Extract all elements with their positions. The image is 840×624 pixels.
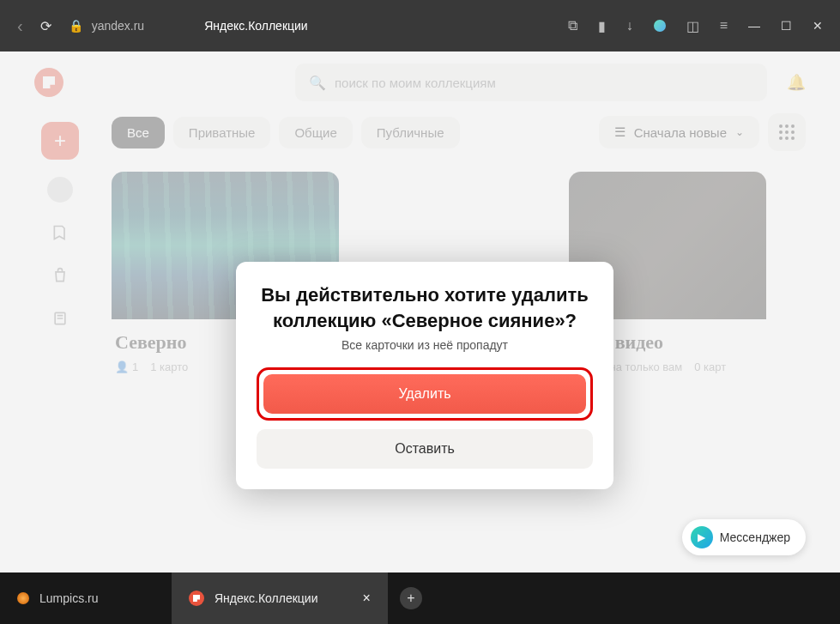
copy-icon[interactable]: ⧉	[568, 18, 577, 33]
download-icon[interactable]: ↓	[626, 18, 633, 33]
taskbar-tab[interactable]: Lumpics.ru	[0, 573, 172, 624]
url-text[interactable]: yandex.ru	[92, 19, 144, 33]
tab-favicon	[17, 592, 29, 604]
highlight-annotation: Удалить	[257, 367, 593, 421]
modal-title: Вы действительно хотите удалить коллекци…	[257, 282, 593, 333]
minimize-button[interactable]: —	[748, 19, 760, 33]
close-button[interactable]: ✕	[813, 19, 823, 33]
messenger-button[interactable]: ▶ Мессенджер	[682, 519, 806, 555]
taskbar-tab-active[interactable]: Яндекс.Коллекции ×	[172, 573, 388, 624]
back-button[interactable]: ‹	[17, 16, 23, 36]
browser-chrome: ‹ ⟳ 🔒 yandex.ru Яндекс.Коллекции ⧉ ▮ ↓ ◫…	[0, 0, 840, 51]
extension-icon[interactable]	[654, 20, 666, 32]
refresh-button[interactable]: ⟳	[40, 18, 51, 34]
messenger-label: Мессенджер	[720, 530, 790, 544]
panel-icon[interactable]: ◫	[686, 18, 699, 34]
menu-icon[interactable]: ≡	[720, 18, 728, 33]
tab-close-button[interactable]: ×	[363, 591, 371, 606]
delete-button[interactable]: Удалить	[263, 374, 586, 414]
lock-icon: 🔒	[69, 19, 83, 33]
bookmark-icon[interactable]: ▮	[598, 18, 606, 34]
maximize-button[interactable]: ☐	[781, 19, 792, 33]
taskbar: Lumpics.ru Яндекс.Коллекции × +	[0, 573, 840, 624]
new-tab-button[interactable]: +	[400, 587, 422, 609]
tab-label: Lumpics.ru	[39, 591, 98, 605]
tab-label: Яндекс.Коллекции	[215, 591, 318, 605]
messenger-icon: ▶	[691, 526, 713, 548]
keep-button[interactable]: Оставить	[257, 429, 593, 469]
tab-favicon	[189, 591, 204, 606]
modal-subtitle: Все карточки из неё пропадут	[257, 338, 593, 352]
delete-confirm-modal: Вы действительно хотите удалить коллекци…	[236, 262, 613, 489]
page-title: Яндекс.Коллекции	[204, 19, 308, 33]
